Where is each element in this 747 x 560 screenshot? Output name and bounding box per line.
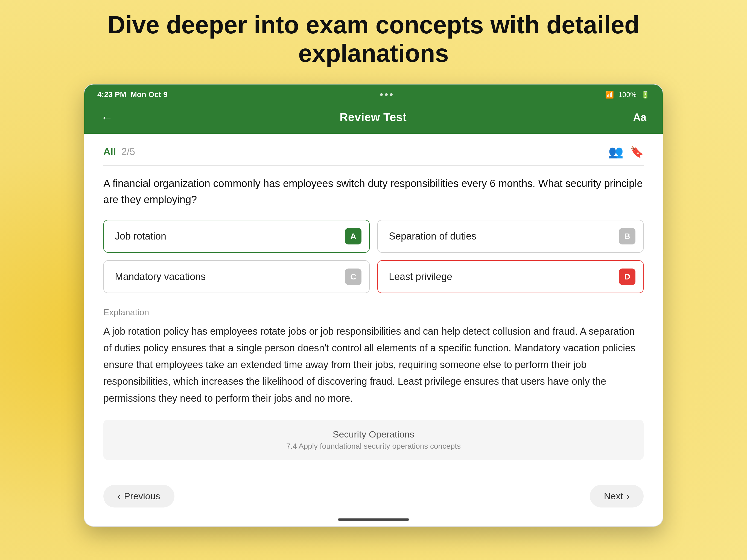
question-text: A financial organization commonly has em… [103,176,644,208]
answer-option-a[interactable]: Job rotation A [103,220,370,253]
bookmark-icon[interactable]: 🔖 [630,146,644,158]
status-bar: 4:23 PM Mon Oct 9 📶 100% 🔋 [84,84,663,104]
answer-badge-b: B [619,228,636,245]
status-right: 📶 100% 🔋 [605,91,650,99]
next-chevron-icon: › [626,491,629,502]
next-label: Next [604,491,623,502]
prev-chevron-icon: ‹ [118,491,121,502]
main-content: All 2/5 👥 🔖 A financial organization com… [84,134,663,479]
back-button[interactable]: ← [101,110,113,125]
answer-grid: Job rotation A Separation of duties B Ma… [103,220,644,293]
previous-button[interactable]: ‹ Previous [103,485,175,508]
answer-label-d: Least privilege [389,271,619,282]
top-nav: ← Review Test Aa [84,104,663,134]
font-button[interactable]: Aa [633,111,646,123]
filter-label: All 2/5 [103,146,135,157]
previous-label: Previous [124,491,160,502]
wifi-icon: 📶 [605,91,614,99]
battery-status: 100% [618,91,637,99]
filter-row: All 2/5 👥 🔖 [103,145,644,166]
home-bar [338,518,409,520]
device-frame: 4:23 PM Mon Oct 9 📶 100% 🔋 ← Review Test… [84,84,663,527]
dot2 [385,93,388,96]
answer-badge-c: C [345,269,361,285]
answer-badge-d: D [619,269,636,285]
battery-icon: 🔋 [641,91,650,99]
answer-label-a: Job rotation [115,230,345,242]
category-title: Security Operations [114,429,633,440]
answer-badge-a: A [345,228,361,245]
explanation-text: A job rotation policy has employees rota… [103,323,644,407]
filter-count: 2/5 [121,146,135,157]
answer-label-b: Separation of duties [389,230,619,242]
answer-option-c[interactable]: Mandatory vacations C [103,260,370,293]
next-button[interactable]: Next › [590,485,644,508]
filter-icons: 👥 🔖 [609,145,644,159]
dot3 [390,93,393,96]
page-headline: Dive deeper into exam concepts with deta… [91,11,656,68]
status-dots [380,93,393,96]
explanation-label: Explanation [103,307,644,317]
answer-label-c: Mandatory vacations [115,271,345,282]
home-indicator [84,514,663,526]
group-icon[interactable]: 👥 [609,145,623,159]
answer-option-b[interactable]: Separation of duties B [377,220,644,253]
answer-option-d[interactable]: Least privilege D [377,260,644,293]
dot1 [380,93,383,96]
status-time: 4:23 PM Mon Oct 9 [97,90,168,99]
category-box: Security Operations 7.4 Apply foundation… [103,420,644,460]
bottom-nav: ‹ Previous Next › [84,479,663,514]
category-subtitle: 7.4 Apply foundational security operatio… [114,442,633,451]
nav-title: Review Test [340,111,407,124]
